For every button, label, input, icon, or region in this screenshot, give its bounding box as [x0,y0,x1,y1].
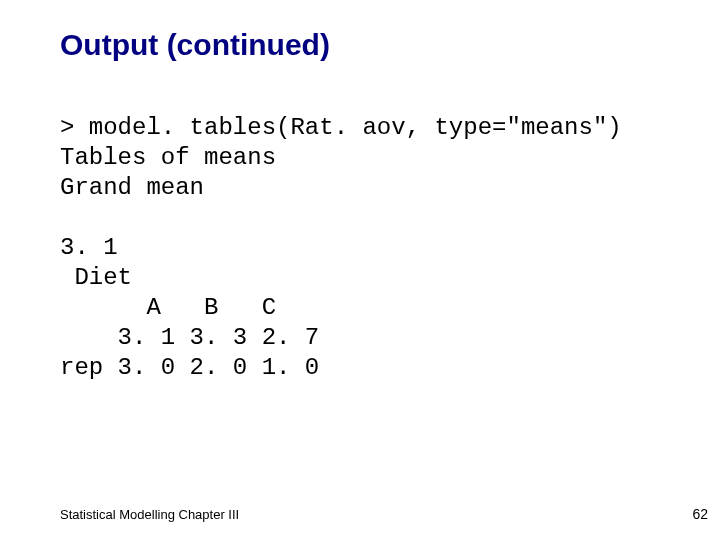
code-line: 3. 1 3. 3 2. 7 [60,324,319,351]
code-line: Diet [60,264,132,291]
slide-title: Output (continued) [60,28,330,62]
footer-text: Statistical Modelling Chapter III [60,507,239,522]
code-line: Tables of means [60,144,276,171]
code-line: Grand mean [60,174,204,201]
code-line: A B C [60,294,276,321]
code-output: > model. tables(Rat. aov, type="means") … [60,113,622,383]
code-line: > model. tables(Rat. aov, type="means") [60,114,622,141]
code-line: 3. 1 [60,234,118,261]
page-number: 62 [692,506,708,522]
slide: Output (continued) > model. tables(Rat. … [0,0,720,540]
code-line: rep 3. 0 2. 0 1. 0 [60,354,319,381]
